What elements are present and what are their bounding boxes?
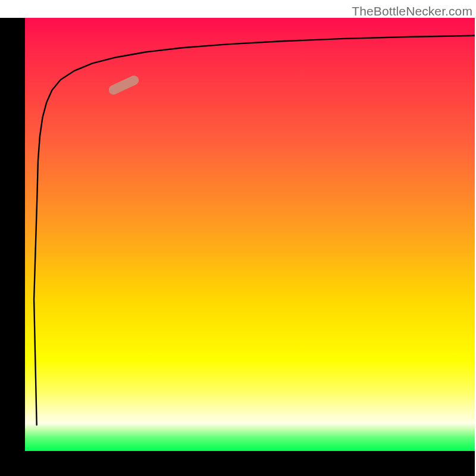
x-axis-bar	[0, 451, 475, 476]
watermark-text: TheBottleNecker.com	[352, 4, 472, 18]
y-axis-bar	[0, 18, 25, 451]
plot-area	[25, 18, 475, 451]
gradient-background	[25, 18, 475, 451]
chart-container: TheBottleNecker.com	[0, 0, 476, 476]
